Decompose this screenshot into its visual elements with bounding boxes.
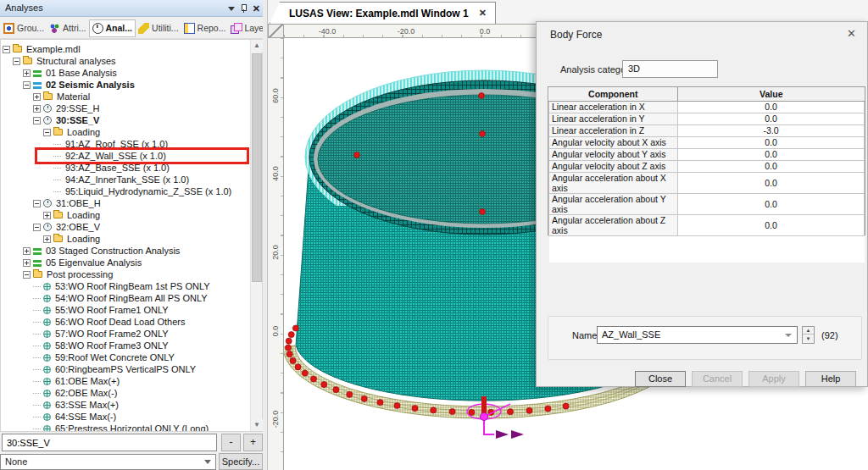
expand-icon[interactable] bbox=[23, 247, 31, 255]
tree-item[interactable]: Loading bbox=[1, 209, 250, 221]
value-cell[interactable]: 0.0 bbox=[678, 136, 865, 148]
tree-item[interactable]: Material bbox=[1, 91, 250, 102]
close-button[interactable]: Close bbox=[635, 371, 686, 387]
spinner-down-icon[interactable]: ▼ bbox=[803, 335, 814, 343]
tree-item[interactable]: 93:AZ_Base_SSE (x 1.0) bbox=[1, 162, 250, 174]
tree-item[interactable]: 03 Staged Construction Analysis bbox=[1, 245, 250, 257]
view-tab-close-icon[interactable]: ✕ bbox=[479, 8, 487, 19]
tree-item[interactable]: Loading bbox=[1, 233, 250, 245]
collapse-icon[interactable] bbox=[23, 271, 31, 279]
tree-item-label: 02 Seismic Analysis bbox=[44, 80, 136, 90]
tree-item-label: 64:SSE Max(-) bbox=[53, 412, 118, 422]
name-combobox[interactable]: AZ_Wall_SSE bbox=[597, 326, 798, 344]
expand-icon[interactable] bbox=[43, 235, 51, 243]
tree-scrollbar[interactable]: ▲ ▼ bbox=[250, 40, 262, 431]
tree-item[interactable]: 29:SSE_H bbox=[1, 102, 250, 114]
tree-item[interactable]: 02 Seismic Analysis bbox=[1, 79, 250, 91]
tree-item[interactable]: 01 Base Analysis bbox=[1, 67, 250, 79]
panel-tab-anal[interactable]: Anal... bbox=[89, 19, 136, 37]
scroll-down-icon[interactable]: ▼ bbox=[251, 419, 263, 431]
specify-button[interactable]: Specify... bbox=[219, 453, 263, 470]
value-cell[interactable]: 0.0 bbox=[678, 172, 865, 193]
reports-icon bbox=[184, 23, 195, 34]
tree-item[interactable]: 05 Eigenvalue Analysis bbox=[1, 257, 250, 268]
panel-close-icon[interactable]: ✕ bbox=[253, 4, 260, 14]
spinner-up-icon[interactable]: ▲ bbox=[803, 327, 814, 335]
tree-item[interactable]: 56:WO Roof Dead Load Others bbox=[1, 316, 250, 328]
panel-menu-icon[interactable] bbox=[228, 7, 235, 11]
collapse-icon[interactable] bbox=[33, 224, 41, 231]
expand-icon[interactable] bbox=[23, 259, 31, 267]
tree-item[interactable]: 63:SSE Max(+) bbox=[1, 399, 250, 411]
tree-item[interactable]: 55:WO Roof Frame1 ONLY bbox=[1, 304, 250, 316]
scrollbar-thumb[interactable] bbox=[252, 53, 262, 282]
tree-connector bbox=[33, 381, 41, 382]
selection-dropdown[interactable]: None bbox=[0, 454, 216, 470]
expand-icon[interactable] bbox=[23, 69, 31, 77]
value-cell[interactable]: 0.0 bbox=[678, 160, 865, 172]
tree-item[interactable]: 53:WO Roof RingBeam 1st PS ONLY bbox=[1, 280, 250, 292]
active-loadcase-field[interactable] bbox=[2, 434, 217, 451]
tree-connector bbox=[53, 168, 61, 169]
panel-tab-attri[interactable]: Attri... bbox=[47, 20, 88, 36]
value-cell[interactable]: 0.0 bbox=[678, 193, 865, 214]
tree-item[interactable]: 60:RingbeamPS VerticalPS ONLY bbox=[1, 363, 250, 375]
panel-tab-repo[interactable]: Repo... bbox=[181, 20, 229, 36]
expand-icon[interactable] bbox=[43, 212, 51, 219]
panel-tab-grou[interactable]: Grou... bbox=[1, 20, 47, 36]
loadcase-increment-button[interactable]: + bbox=[243, 434, 263, 451]
tree-item[interactable]: 59:Roof Wet Concrete ONLY bbox=[1, 351, 250, 363]
tree-item[interactable]: 94:AZ_InnerTank_SSE (x 1.0) bbox=[1, 174, 250, 185]
tree-item-label: 57:WO Roof Frame2 ONLY bbox=[53, 329, 170, 339]
result-icon bbox=[43, 318, 51, 326]
tree-item[interactable]: 92:AZ_Wall_SSE (x 1.0) bbox=[1, 150, 250, 162]
tree-item[interactable]: 62:OBE Max(-) bbox=[1, 387, 250, 399]
scroll-up-icon[interactable]: ▲ bbox=[251, 40, 263, 52]
tree-connector bbox=[33, 310, 41, 311]
collapse-icon[interactable] bbox=[33, 117, 41, 124]
tree-item[interactable]: 30:SSE_V bbox=[1, 114, 250, 126]
bars-blue-icon bbox=[33, 81, 42, 89]
tree-item[interactable]: 57:WO Roof Frame2 ONLY bbox=[1, 328, 250, 340]
value-cell[interactable]: 0.0 bbox=[678, 101, 865, 113]
tree-item[interactable]: 31:OBE_H bbox=[1, 197, 250, 209]
loadcase-decrement-button[interactable]: - bbox=[221, 434, 241, 451]
collapse-icon[interactable] bbox=[3, 46, 10, 53]
table-empty-area bbox=[549, 235, 865, 263]
value-cell[interactable]: 0.0 bbox=[678, 148, 865, 160]
tree-item[interactable]: 61:OBE Max(+) bbox=[1, 375, 250, 387]
help-button[interactable]: Help bbox=[805, 371, 856, 387]
component-value-table: Component Value Linear acceleration in X… bbox=[548, 86, 865, 235]
tree-item[interactable]: 91:AZ_Roof_SSE (x 1.0) bbox=[1, 138, 250, 150]
value-cell[interactable]: 0.0 bbox=[678, 113, 865, 124]
tree-item[interactable]: 64:SSE Max(-) bbox=[1, 411, 250, 423]
tree-item[interactable]: 65:Prestress Horizontal ONLY (Long) bbox=[1, 423, 250, 431]
name-spinner[interactable]: ▲ ▼ bbox=[802, 326, 815, 344]
dialog-close-icon[interactable]: ✕ bbox=[847, 28, 856, 39]
panel-tab-utiliti[interactable]: Utiliti... bbox=[136, 20, 181, 36]
tree-item[interactable]: Example.mdl bbox=[1, 43, 250, 55]
tree-item-label: 58:WO Roof Frame3 ONLY bbox=[53, 340, 170, 351]
pin-icon[interactable] bbox=[240, 4, 248, 14]
value-cell[interactable]: 0.0 bbox=[678, 214, 865, 235]
component-cell: Angular velocity about Y axis bbox=[549, 148, 678, 160]
view-tab[interactable]: LUSAS View: Example.mdl Window 1 ✕ bbox=[270, 2, 496, 24]
tree-item[interactable]: Structural analyses bbox=[1, 55, 250, 67]
tree-item[interactable]: 32:OBE_V bbox=[1, 221, 250, 233]
expand-icon[interactable] bbox=[33, 105, 41, 113]
expand-icon[interactable] bbox=[33, 93, 41, 101]
tree-item[interactable]: Loading bbox=[1, 126, 250, 138]
collapse-icon[interactable] bbox=[43, 129, 51, 136]
tree-item[interactable]: Post processing bbox=[1, 268, 250, 280]
tree-item-label: 30:SSE_V bbox=[54, 115, 101, 125]
chevron-down-icon bbox=[204, 460, 211, 464]
analyses-tree-container: Example.mdlStructural analyses01 Base An… bbox=[0, 39, 263, 432]
collapse-icon[interactable] bbox=[33, 200, 41, 207]
value-cell[interactable]: -3.0 bbox=[678, 124, 865, 136]
tree-item[interactable]: 58:WO Roof Frame3 ONLY bbox=[1, 340, 250, 351]
tree-item[interactable]: 95:Liquid_Hydrodynamic_Z_SSE (x 1.0) bbox=[1, 185, 250, 197]
collapse-icon[interactable] bbox=[23, 81, 31, 89]
tree-item[interactable]: 54:WO Roof RingBeam All PS ONLY bbox=[1, 292, 250, 304]
collapse-icon[interactable] bbox=[13, 58, 20, 65]
tree-item-label: 62:OBE Max(-) bbox=[53, 388, 119, 398]
